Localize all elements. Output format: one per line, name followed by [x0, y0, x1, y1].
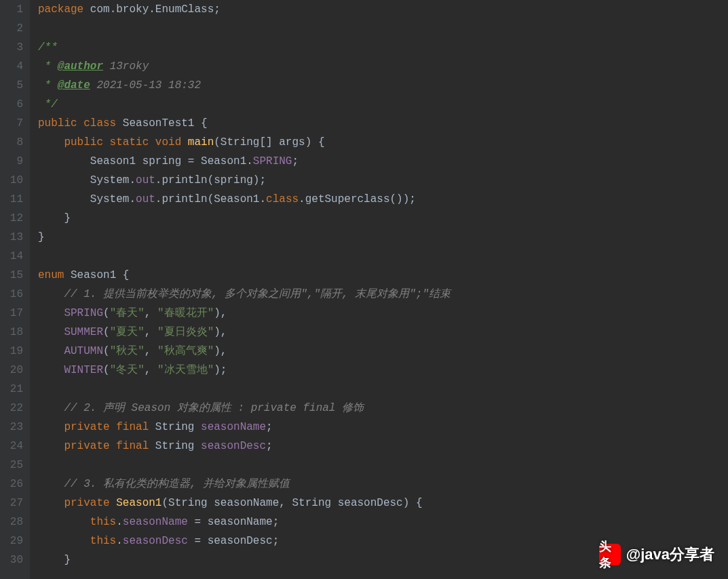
- line-number: 3: [0, 38, 23, 57]
- token-punct: }: [38, 231, 45, 243]
- token-punct: [38, 478, 64, 490]
- token-punct: ,: [145, 307, 157, 319]
- token-punct: .: [116, 516, 123, 528]
- token-punct: String: [155, 421, 201, 433]
- line-number: 19: [0, 342, 23, 361]
- line-number: 9: [0, 152, 23, 171]
- line-number: 29: [0, 532, 23, 551]
- token-doc: */: [38, 98, 58, 111]
- token-punct: ,: [145, 345, 157, 357]
- token-docval: 13roky: [103, 60, 149, 73]
- code-line[interactable]: public static void main(String[] args) {: [38, 133, 728, 152]
- token-doctag: @author: [58, 60, 103, 73]
- line-number-gutter: 1234567891011121314151617181920212223242…: [0, 0, 30, 579]
- line-number: 22: [0, 399, 23, 418]
- line-number: 14: [0, 247, 23, 266]
- code-line[interactable]: Season1 spring = Season1.SPRING;: [38, 152, 728, 171]
- token-punct: [38, 535, 90, 547]
- token-doc: *: [38, 79, 58, 92]
- code-line[interactable]: SPRING("春天", "春暖花开"),: [38, 304, 728, 323]
- code-line[interactable]: */: [38, 95, 728, 114]
- token-punct: ;: [266, 421, 273, 433]
- token-kw: enum: [38, 269, 71, 281]
- token-punct: {: [116, 269, 129, 281]
- code-line[interactable]: private Season1(String seasonName, Strin…: [38, 494, 728, 513]
- code-line[interactable]: SUMMER("夏天", "夏日炎炎"),: [38, 323, 728, 342]
- token-punct: [38, 288, 64, 300]
- token-docval: 2021-05-13 18:32: [90, 79, 201, 92]
- token-field: seasonName: [123, 516, 188, 528]
- code-line[interactable]: enum Season1 {: [38, 266, 728, 285]
- token-punct: System.: [38, 193, 136, 205]
- token-kw: this: [90, 516, 116, 528]
- token-str: "秋天": [110, 345, 145, 357]
- code-line[interactable]: }: [38, 209, 728, 228]
- line-number: 5: [0, 76, 23, 95]
- code-line[interactable]: private final String seasonDesc;: [38, 437, 728, 456]
- code-line[interactable]: System.out.println(Season1.class.getSupe…: [38, 190, 728, 209]
- token-const: SPRING: [253, 155, 292, 167]
- line-number: 24: [0, 437, 23, 456]
- token-kw: private: [64, 497, 116, 509]
- token-comment: // 3. 私有化类的构造器, 并给对象属性赋值: [64, 478, 290, 490]
- line-number: 18: [0, 323, 23, 342]
- code-editor[interactable]: 1234567891011121314151617181920212223242…: [0, 0, 728, 579]
- token-punct: [38, 497, 64, 509]
- code-content[interactable]: package com.broky.EnumClass;/** * @autho…: [30, 0, 728, 579]
- token-doc: *: [38, 60, 58, 73]
- token-punct: ;: [292, 155, 299, 167]
- code-line[interactable]: [38, 19, 728, 38]
- token-str: "春天": [110, 307, 145, 319]
- code-line[interactable]: package com.broky.EnumClass;: [38, 0, 728, 19]
- code-line[interactable]: AUTUMN("秋天", "秋高气爽"),: [38, 342, 728, 361]
- token-str: "冰天雪地": [157, 364, 214, 376]
- token-punct: [38, 402, 64, 414]
- code-line[interactable]: * @date 2021-05-13 18:32: [38, 76, 728, 95]
- token-punct: .println(spring);: [155, 174, 266, 186]
- token-str: "春暖花开": [157, 307, 214, 319]
- code-line[interactable]: this.seasonName = seasonName;: [38, 513, 728, 532]
- token-method: main: [188, 136, 214, 148]
- code-line[interactable]: System.out.println(spring);: [38, 171, 728, 190]
- token-punct: {: [194, 117, 207, 129]
- token-doc: /**: [38, 41, 58, 54]
- token-punct: }: [38, 212, 71, 224]
- code-line[interactable]: // 2. 声明 Season 对象的属性 : private final 修饰: [38, 399, 728, 418]
- token-str: "夏天": [110, 326, 145, 338]
- code-line[interactable]: }: [38, 228, 728, 247]
- token-punct: ),: [214, 326, 227, 338]
- token-punct: ),: [214, 307, 227, 319]
- token-punct: );: [214, 364, 227, 376]
- line-number: 17: [0, 304, 23, 323]
- line-number: 15: [0, 266, 23, 285]
- token-punct: (: [103, 307, 110, 319]
- token-kw: public class: [38, 117, 123, 129]
- code-line[interactable]: public class SeasonTest1 {: [38, 114, 728, 133]
- token-cls: Season1: [71, 269, 116, 281]
- token-method: Season1: [116, 497, 161, 509]
- line-number: 1: [0, 0, 23, 19]
- line-number: 30: [0, 551, 23, 570]
- code-line[interactable]: * @author 13roky: [38, 57, 728, 76]
- code-line[interactable]: private final String seasonName;: [38, 418, 728, 437]
- token-str: "冬天": [110, 364, 145, 376]
- token-kw: package: [38, 3, 83, 16]
- token-str: "秋高气爽": [157, 345, 214, 357]
- code-line[interactable]: [38, 247, 728, 266]
- code-line[interactable]: // 1. 提供当前枚举类的对象, 多个对象之间用","隔开, 末尾对象用";"…: [38, 285, 728, 304]
- token-punct: System.: [38, 174, 136, 186]
- code-line[interactable]: [38, 380, 728, 399]
- watermark-text: @java分享者: [626, 544, 714, 565]
- code-line[interactable]: [38, 456, 728, 475]
- code-line[interactable]: // 3. 私有化类的构造器, 并给对象属性赋值: [38, 475, 728, 494]
- code-line[interactable]: /**: [38, 38, 728, 57]
- line-number: 6: [0, 95, 23, 114]
- token-punct: [38, 326, 64, 338]
- code-line[interactable]: WINTER("冬天", "冰天雪地");: [38, 361, 728, 380]
- token-const: WINTER: [64, 364, 103, 376]
- token-field: seasonDesc: [123, 535, 188, 547]
- token-punct: (String[] args) {: [214, 136, 324, 148]
- token-punct: String: [155, 440, 201, 452]
- line-number: 28: [0, 513, 23, 532]
- token-punct: .getSuperclass());: [299, 193, 416, 205]
